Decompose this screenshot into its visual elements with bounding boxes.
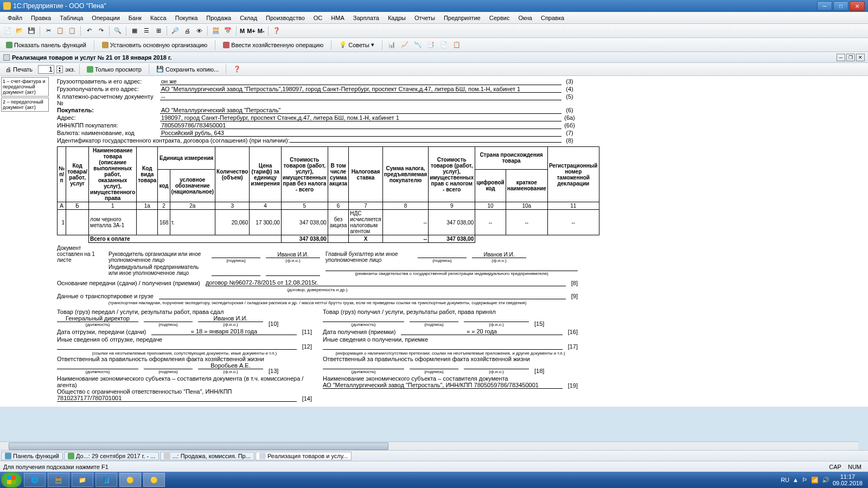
list-icon[interactable]: ☰ (141, 25, 152, 36)
tray-flag-icon[interactable]: 🏳 (802, 477, 808, 483)
left-item-1[interactable]: 1 – счет-фактура и передаточный документ… (1, 77, 49, 97)
new-icon[interactable]: 📄 (2, 25, 13, 36)
tree-icon[interactable]: ⊞ (153, 25, 164, 36)
tb-icon-a[interactable]: 📊 (386, 40, 397, 50)
hdr-buyer-lbl: Покупатель: (57, 107, 160, 113)
menu-nma[interactable]: НМА (327, 14, 348, 22)
undo-icon[interactable]: ↶ (84, 25, 94, 36)
doc-minimize-button[interactable]: ─ (837, 54, 845, 61)
start-button[interactable] (1, 472, 22, 487)
menu-windows[interactable]: Окна (514, 14, 537, 22)
tb-icon-f[interactable]: 📋 (451, 40, 462, 50)
paste-icon[interactable]: 📋 (67, 25, 78, 36)
copies-label: экз. (65, 66, 75, 73)
wtask-ie[interactable]: 🌐 (24, 473, 46, 487)
status-hint: Для получения подсказки нажмите F1 (3, 464, 108, 470)
copy-icon[interactable]: 📋 (55, 25, 66, 36)
minimize-button[interactable]: ─ (817, 1, 832, 11)
status-bar: Для получения подсказки нажмите F1 CAP N… (0, 461, 868, 472)
menu-operations[interactable]: Операции (87, 14, 124, 22)
doc-help-button[interactable]: ❓ (230, 65, 244, 74)
menu-cash[interactable]: Касса (146, 14, 171, 22)
hdr-addr-val: 198097, город Санкт-Петербург, проспект … (160, 114, 561, 121)
left-item-2[interactable]: 2 – передаточный документ (акт) (1, 98, 49, 112)
menu-warehouse[interactable]: Склад (235, 14, 261, 22)
date-icon[interactable]: 📅 (222, 25, 233, 36)
zoom-icon[interactable]: 🔎 (170, 25, 181, 36)
tray-lang[interactable]: RU (781, 477, 789, 483)
menu-enterprise[interactable]: Предприятие (439, 14, 485, 22)
open-icon[interactable]: 📂 (14, 25, 25, 36)
menu-purchase[interactable]: Покупка (171, 14, 202, 22)
menu-file[interactable]: Файл (3, 14, 27, 22)
tray-volume-icon[interactable]: 🔊 (822, 477, 829, 484)
print-icon[interactable]: 🖨 (182, 25, 193, 36)
menu-table[interactable]: Таблица (55, 14, 87, 22)
tray-time[interactable]: 11:17 (833, 473, 863, 480)
wtask-explorer[interactable]: 📁 (72, 473, 93, 487)
left-panel: 1 – счет-фактура и передаточный документ… (1, 77, 49, 113)
help-icon[interactable]: ❓ (271, 25, 282, 36)
mem-m[interactable]: M (239, 25, 245, 36)
tray-up-icon[interactable]: ▲ (793, 477, 799, 483)
tb-icon-b[interactable]: 📈 (399, 40, 410, 50)
menu-bank[interactable]: Банк (124, 14, 146, 22)
menu-service[interactable]: Сервис (485, 14, 514, 22)
calc-icon[interactable]: 🧮 (210, 25, 221, 36)
menu-production[interactable]: Производство (261, 14, 309, 22)
menu-sale[interactable]: Продажа (202, 14, 235, 22)
wtask-calc[interactable]: 🧮 (48, 473, 69, 487)
app-icon (3, 2, 11, 10)
maximize-button[interactable]: □ (833, 1, 848, 11)
show-panel-button[interactable]: Показать панель функций (2, 40, 90, 50)
horizontal-scrollbar[interactable] (0, 441, 858, 450)
doc-restore-button[interactable]: ❐ (846, 54, 855, 61)
redo-icon[interactable]: ↷ (95, 25, 106, 36)
tips-button[interactable]: 💡Советы▾ (335, 40, 378, 50)
toolbar-2: Показать панель функций Установить основ… (0, 38, 868, 52)
find-icon[interactable]: 🔍 (112, 25, 123, 36)
enter-operation-button[interactable]: Ввести хозяйственную операцию (219, 40, 327, 50)
mem-mplus[interactable]: M+ (246, 25, 256, 36)
set-org-button[interactable]: Установить основную организацию (98, 40, 212, 50)
wtask-1c-b[interactable]: 🟡 (143, 473, 165, 487)
tray-network-icon[interactable]: 📶 (811, 477, 819, 484)
doc-close-button[interactable]: ✕ (856, 54, 865, 61)
cut-icon[interactable]: ✂ (43, 25, 54, 36)
menu-edit[interactable]: Правка (27, 14, 55, 22)
task-b[interactable]: До...: 29 сентября 2017 г. - ... (64, 452, 159, 460)
wtask-1c-a[interactable]: 🟡 (119, 473, 141, 487)
copies-spinner[interactable]: ▲▼ (56, 66, 63, 73)
preview-icon[interactable]: 👁 (194, 25, 205, 36)
copies-input[interactable] (38, 65, 54, 74)
task-panel[interactable]: Панель функций (1, 452, 63, 460)
mem-mminus[interactable]: M- (257, 25, 265, 36)
print-button[interactable]: 🖨Печать (2, 65, 36, 74)
task-c[interactable]: ...: Продажа, комиссия. Пр... (160, 452, 254, 460)
menu-os[interactable]: ОС (309, 14, 327, 22)
tray-date[interactable]: 09.02.2018 (833, 480, 863, 486)
wtask-word[interactable]: 📘 (95, 473, 117, 487)
save-copy-button[interactable]: 💾Сохранить копию... (153, 65, 222, 74)
tb-icon-c[interactable]: 📉 (412, 40, 423, 50)
tb-icon-e[interactable]: 📄 (438, 40, 449, 50)
items-table: № п/п Код товара/ работ, услуг Наименова… (57, 146, 599, 243)
menu-reports[interactable]: Отчеты (410, 14, 439, 22)
hdr-consignee-val: АО "Металлургический завод "Петросталь",… (160, 86, 561, 93)
grid-icon[interactable]: ▦ (129, 25, 140, 36)
menu-personnel[interactable]: Кадры (384, 14, 410, 22)
window-titlebar: 1С:Предприятие - ООО "Пена" ─ □ ✕ (0, 0, 868, 12)
total-row: Всего к оплате347 038,00Х--347 038,00 (58, 235, 599, 243)
task-d[interactable]: Реализация товаров и услу... (256, 452, 352, 460)
tb-icon-d[interactable]: 📑 (425, 40, 436, 50)
hdr-curr-val: Российский рубль, 643 (160, 130, 561, 137)
save-icon[interactable]: 💾 (26, 25, 37, 36)
hdr-contract-val (290, 142, 561, 143)
view-only-button[interactable]: Только просмотр (84, 65, 145, 74)
menu-salary[interactable]: Зарплата (349, 14, 384, 22)
close-button[interactable]: ✕ (850, 1, 865, 11)
hdr-buyer-val: АО "Металлургический завод "Петросталь" (160, 107, 561, 114)
hdr-consignee-lbl: Грузополучатель и его адрес: (57, 86, 160, 92)
menu-help[interactable]: Справка (537, 14, 569, 22)
document-area: 1 – счет-фактура и передаточный документ… (0, 76, 868, 407)
